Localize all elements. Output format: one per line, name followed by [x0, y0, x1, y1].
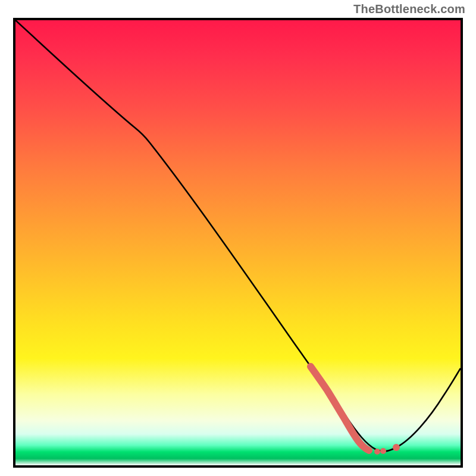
chart-plot-area: [15, 20, 461, 465]
chart-frame: [13, 18, 463, 468]
gradient-background: [15, 20, 461, 465]
watermark-label: TheBottleneck.com: [353, 2, 465, 16]
